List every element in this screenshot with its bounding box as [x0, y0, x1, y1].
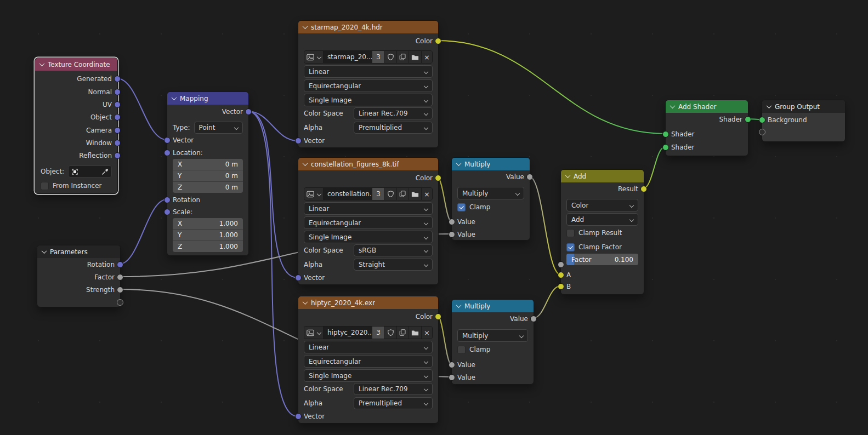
a-input-socket[interactable] [558, 272, 564, 278]
generated-output-socket[interactable] [114, 76, 121, 82]
shader-input-socket-2[interactable] [662, 144, 669, 151]
clamp-checkbox[interactable] [457, 203, 466, 211]
node-header[interactable]: Add [561, 170, 644, 182]
window-output-socket[interactable] [114, 140, 121, 146]
node-multiply-a[interactable]: Multiply Value Multiply Clamp Value Valu… [451, 157, 530, 241]
color-space-select[interactable]: Linear Rec.709 [354, 383, 433, 395]
scale-y-field[interactable]: Y1.000 [173, 230, 243, 241]
location-y-field[interactable]: Y0 m [173, 170, 243, 182]
fake-user-shield-button[interactable] [385, 51, 397, 63]
collapse-icon[interactable] [303, 299, 308, 305]
factor-output-socket[interactable] [117, 274, 123, 281]
open-image-button[interactable] [409, 327, 422, 339]
scale-input-socket[interactable] [164, 209, 171, 215]
node-editor-canvas[interactable]: { "nodes": { "texture_coordinate": { "ti… [0, 0, 868, 435]
from-instancer-checkbox[interactable] [41, 182, 49, 190]
image-users-count[interactable]: 3 [372, 327, 385, 339]
fake-user-shield-button[interactable] [385, 327, 397, 339]
image-browse-button[interactable] [304, 188, 324, 200]
strength-output-socket[interactable] [117, 287, 123, 293]
vector-input-socket[interactable] [295, 274, 302, 281]
fake-user-shield-button[interactable] [385, 188, 397, 200]
interpolation-select[interactable]: Linear [304, 202, 433, 215]
operation-select[interactable]: Multiply [457, 329, 528, 342]
projection-select[interactable]: Equirectangular [304, 216, 433, 229]
scale-x-field[interactable]: X1.000 [173, 218, 243, 230]
vector-input-socket[interactable] [164, 137, 171, 144]
node-constellation-texture[interactable]: constellation_figures_8k.tif Color const… [298, 157, 439, 285]
projection-select[interactable]: Equirectangular [304, 355, 433, 368]
clamp-result-checkbox[interactable] [566, 229, 575, 237]
clamp-factor-checkbox[interactable] [566, 243, 575, 251]
location-x-field[interactable]: X0 m [173, 159, 243, 170]
open-image-button[interactable] [409, 188, 422, 200]
color-output-socket[interactable] [435, 175, 441, 181]
vector-input-socket[interactable] [295, 138, 302, 144]
image-users-count[interactable]: 3 [372, 188, 385, 200]
node-texture-coordinate[interactable]: Texture Coordinate Generated Normal UV O… [35, 58, 118, 194]
normal-output-socket[interactable] [114, 89, 121, 95]
node-header[interactable]: Mapping [167, 92, 248, 105]
mapping-type-select[interactable]: Point [194, 122, 243, 134]
alpha-select[interactable]: Premultiplied [354, 122, 433, 134]
projection-select[interactable]: Equirectangular [304, 79, 433, 92]
collapse-icon[interactable] [456, 302, 462, 308]
blend-mode-select[interactable]: Add [566, 213, 638, 226]
collapse-icon[interactable] [172, 95, 177, 100]
unlink-image-button[interactable]: × [422, 188, 432, 200]
color-space-select[interactable]: Linear Rec.709 [354, 107, 433, 119]
image-name-field[interactable]: hiptyc_2020... [324, 327, 372, 339]
unlink-image-button[interactable]: × [422, 327, 432, 339]
node-add-shader[interactable]: Add Shader Shader Shader Shader [665, 100, 748, 156]
node-header[interactable]: starmap_2020_4k.hdr [298, 21, 438, 33]
image-name-field[interactable]: starmap_20... [324, 51, 372, 63]
background-input-socket[interactable] [759, 117, 765, 123]
virtual-output-socket[interactable] [117, 299, 123, 306]
factor-slider[interactable]: Factor 0.100 [566, 254, 638, 265]
source-select[interactable]: Single Image [304, 94, 433, 106]
collapse-icon[interactable] [42, 248, 47, 254]
camera-output-socket[interactable] [114, 127, 121, 134]
object-output-socket[interactable] [114, 114, 121, 121]
interpolation-select[interactable]: Linear [304, 65, 433, 78]
image-name-field[interactable]: constellation... [324, 188, 372, 200]
collapse-icon[interactable] [303, 161, 308, 166]
value-input-socket-1[interactable] [449, 219, 455, 225]
object-picker-field[interactable] [68, 165, 112, 178]
collapse-icon[interactable] [565, 173, 571, 178]
source-select[interactable]: Single Image [304, 369, 433, 382]
vector-output-socket[interactable] [245, 108, 252, 115]
eyedropper-icon[interactable] [101, 168, 109, 175]
collapse-icon[interactable] [670, 103, 676, 108]
node-mapping[interactable]: Mapping Vector Type: Point Vector Locati… [167, 91, 249, 256]
image-browse-button[interactable] [304, 327, 324, 339]
collapse-icon[interactable] [303, 24, 308, 29]
reflection-output-socket[interactable] [114, 152, 121, 159]
rotation-output-socket[interactable] [117, 261, 123, 268]
value-input-socket-2[interactable] [449, 374, 455, 381]
source-select[interactable]: Single Image [304, 231, 433, 243]
value-input-socket-1[interactable] [449, 362, 455, 368]
node-hiptyc-texture[interactable]: hiptyc_2020_4k.exr Color hiptyc_2020... … [298, 296, 439, 423]
b-input-socket[interactable] [558, 283, 564, 290]
duplicate-image-button[interactable] [397, 327, 409, 339]
open-image-button[interactable] [409, 51, 422, 63]
node-header[interactable]: Multiply [452, 300, 534, 312]
duplicate-image-button[interactable] [397, 51, 409, 63]
uv-output-socket[interactable] [114, 101, 121, 108]
location-input-socket[interactable] [164, 150, 171, 156]
factor-input-socket[interactable] [558, 261, 564, 268]
interpolation-select[interactable]: Linear [304, 341, 433, 353]
rotation-input-socket[interactable] [164, 197, 171, 203]
unlink-image-button[interactable]: × [422, 51, 432, 63]
result-output-socket[interactable] [640, 186, 647, 192]
virtual-input-socket[interactable] [759, 129, 765, 135]
alpha-select[interactable]: Straight [354, 259, 433, 271]
image-users-count[interactable]: 3 [372, 51, 385, 63]
node-header[interactable]: Parameters [37, 245, 120, 258]
node-starmap-texture[interactable]: starmap_2020_4k.hdr Color starmap_20... … [298, 20, 439, 148]
data-type-select[interactable]: Color [566, 199, 638, 211]
location-z-field[interactable]: Z0 m [173, 182, 243, 193]
vector-input-socket[interactable] [295, 413, 302, 420]
duplicate-image-button[interactable] [397, 188, 409, 200]
